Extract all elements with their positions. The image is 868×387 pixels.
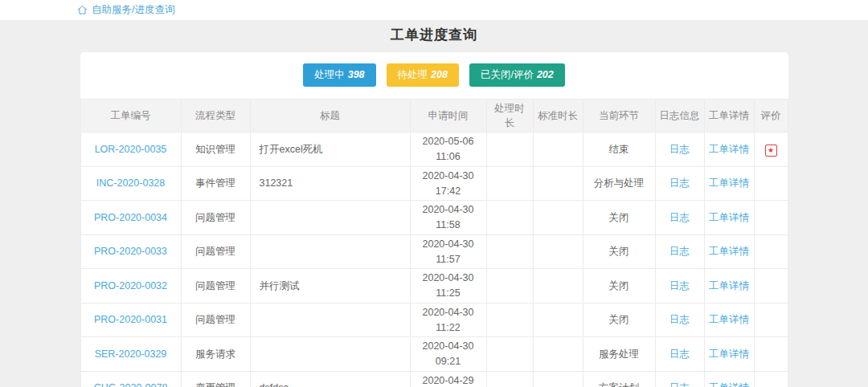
title-cell	[250, 303, 410, 337]
filter-closed-count: 202	[537, 69, 554, 80]
filter-processing-count: 398	[348, 69, 365, 80]
detail-link[interactable]: 工单详情	[709, 177, 749, 189]
page-title: 工单进度查询	[0, 20, 868, 52]
apply-time-cell: 2020-04-2917:55	[410, 371, 486, 387]
apply-time-cell: 2020-04-3017:42	[410, 166, 486, 201]
apply-date: 2020-04-30	[414, 202, 483, 218]
detail-link[interactable]: 工单详情	[709, 314, 749, 325]
top-bar: 自助服务/进度查询	[0, 0, 868, 20]
col-header-log: 日志信息	[655, 100, 704, 132]
order-no-link[interactable]: LOR-2020-0035	[95, 144, 167, 155]
table-row: INC-2020-0328 事件管理 312321 2020-04-3017:4…	[80, 166, 788, 201]
std-duration-cell	[533, 132, 583, 167]
rating-cell	[754, 201, 788, 235]
apply-time-cell: 2020-04-3011:57	[410, 234, 486, 269]
stage-cell: 结束	[583, 132, 655, 167]
log-link[interactable]: 日志	[669, 280, 690, 291]
col-header-rating: 评价	[754, 100, 788, 132]
apply-time: 11:25	[414, 286, 483, 301]
filter-closed-label: 已关闭/评价	[481, 69, 534, 80]
log-link[interactable]: 日志	[669, 212, 690, 223]
type-cell: 问题管理	[181, 234, 250, 269]
duration-cell	[486, 132, 533, 167]
apply-time-cell: 2020-04-3011:58	[410, 201, 486, 235]
log-link[interactable]: 日志	[669, 144, 690, 155]
col-header-duration: 处理时长	[486, 100, 533, 132]
filter-processing-button[interactable]: 处理中398	[303, 63, 375, 87]
std-duration-cell	[533, 201, 583, 235]
breadcrumb[interactable]: 自助服务/进度查询	[77, 3, 174, 17]
type-cell: 问题管理	[181, 201, 250, 235]
col-header-apply-time: 申请时间	[410, 100, 486, 132]
table-row: CHG-2020-0078 变更管理 dsfdsa 2020-04-2917:5…	[80, 371, 788, 387]
work-order-table: 工单编号 流程类型 标题 申请时间 处理时长 标准时长 当前环节 日志信息 工单…	[80, 99, 788, 387]
apply-time-cell: 2020-04-3009:21	[410, 337, 486, 372]
stage-cell: 关闭	[583, 201, 655, 235]
apply-date: 2020-04-29	[414, 373, 483, 387]
filter-pending-button[interactable]: 待处理208	[387, 63, 459, 87]
detail-link[interactable]: 工单详情	[709, 280, 749, 291]
order-no-link[interactable]: CHG-2020-0078	[94, 382, 168, 387]
log-link[interactable]: 日志	[669, 314, 690, 325]
table-row: PRO-2020-0033 问题管理 2020-04-3011:57 关闭 日志…	[80, 234, 788, 269]
content-card: 处理中398 待处理208 已关闭/评价202 工单编号 流程类型 标题 申请时…	[80, 52, 788, 387]
detail-link[interactable]: 工单详情	[709, 348, 749, 360]
type-cell: 事件管理	[181, 166, 250, 201]
stage-cell: 方案计划	[583, 371, 655, 387]
apply-time-cell: 2020-04-3011:22	[410, 303, 486, 337]
type-cell: 问题管理	[181, 303, 250, 337]
duration-cell	[486, 303, 533, 337]
apply-time-cell: 2020-04-3011:25	[410, 269, 486, 303]
rating-cell	[754, 166, 788, 201]
filter-pending-count: 208	[431, 69, 448, 80]
log-link[interactable]: 日志	[669, 348, 690, 360]
log-link[interactable]: 日志	[669, 177, 690, 189]
std-duration-cell	[533, 371, 583, 387]
order-no-link[interactable]: PRO-2020-0034	[94, 212, 167, 223]
detail-link[interactable]: 工单详情	[709, 144, 749, 155]
detail-link[interactable]: 工单详情	[709, 212, 749, 223]
duration-cell	[486, 269, 533, 303]
table-row: PRO-2020-0031 问题管理 2020-04-3011:22 关闭 日志…	[80, 303, 788, 337]
stage-cell: 分析与处理	[583, 166, 655, 201]
order-no-link[interactable]: INC-2020-0328	[96, 177, 165, 189]
apply-date: 2020-04-30	[414, 305, 483, 320]
std-duration-cell	[533, 303, 583, 337]
log-link[interactable]: 日志	[669, 382, 690, 387]
title-cell: 并行测试	[250, 269, 410, 303]
apply-date: 2020-04-30	[414, 271, 483, 286]
apply-time: 11:58	[414, 218, 483, 233]
order-no-link[interactable]: SER-2020-0329	[95, 348, 167, 360]
filter-closed-button[interactable]: 已关闭/评价202	[469, 63, 565, 87]
table-header-row: 工单编号 流程类型 标题 申请时间 处理时长 标准时长 当前环节 日志信息 工单…	[80, 100, 788, 132]
home-icon	[77, 5, 88, 15]
title-cell: dsfdsa	[250, 371, 410, 387]
table-row: PRO-2020-0032 问题管理 并行测试 2020-04-3011:25 …	[80, 269, 788, 303]
detail-link[interactable]: 工单详情	[709, 382, 749, 387]
duration-cell	[486, 234, 533, 269]
apply-date: 2020-04-30	[414, 237, 483, 252]
rating-cell	[754, 234, 788, 269]
rating-star-icon[interactable]: ★	[765, 145, 777, 157]
order-no-link[interactable]: PRO-2020-0031	[94, 314, 167, 325]
apply-date: 2020-04-30	[414, 169, 483, 184]
std-duration-cell	[533, 166, 583, 201]
col-header-order-no: 工单编号	[80, 100, 181, 132]
filter-pending-label: 待处理	[398, 69, 428, 80]
order-no-link[interactable]: PRO-2020-0032	[94, 280, 167, 291]
apply-date: 2020-04-30	[414, 339, 483, 354]
title-cell	[250, 337, 410, 372]
col-header-type: 流程类型	[181, 100, 250, 132]
apply-time: 11:57	[414, 252, 483, 267]
stage-cell: 服务处理	[583, 337, 655, 372]
type-cell: 问题管理	[181, 269, 250, 303]
duration-cell	[486, 337, 533, 372]
type-cell: 服务请求	[181, 337, 250, 372]
order-no-link[interactable]: PRO-2020-0033	[94, 246, 167, 257]
detail-link[interactable]: 工单详情	[709, 246, 749, 257]
apply-time: 17:42	[414, 184, 483, 199]
col-header-detail: 工单详情	[704, 100, 754, 132]
status-filter-row: 处理中398 待处理208 已关闭/评价202	[80, 52, 788, 99]
log-link[interactable]: 日志	[669, 246, 690, 257]
rating-cell	[754, 269, 788, 303]
